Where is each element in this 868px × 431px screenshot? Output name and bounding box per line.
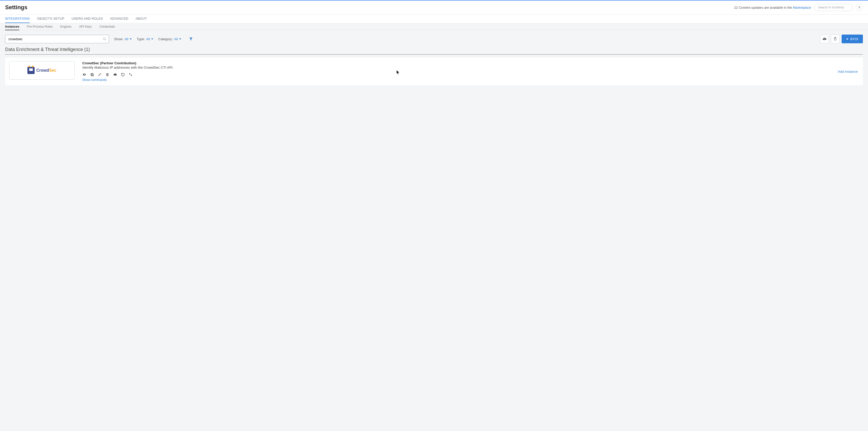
integration-description: Identify Malicious IP addresses with the…: [82, 66, 830, 69]
subtab-preprocess-rules[interactable]: Pre-Process Rules: [27, 23, 53, 30]
subtab-instances[interactable]: Instances: [5, 23, 19, 30]
page-title: Settings: [5, 4, 27, 11]
gears-icon[interactable]: [128, 72, 132, 76]
cloud-icon[interactable]: [113, 72, 117, 76]
cloud-download-button[interactable]: [820, 35, 829, 43]
copy-icon[interactable]: [90, 72, 94, 76]
search-incidents-input[interactable]: [814, 4, 852, 11]
svg-line-1: [105, 39, 106, 40]
search-integrations-input[interactable]: [5, 35, 109, 43]
filter-type-label: Type:: [137, 37, 145, 41]
integration-card: CrowdSec CrowdSec (Partner Contribution)…: [5, 58, 863, 85]
caret-down-icon: [130, 38, 132, 40]
edit-icon[interactable]: [98, 72, 102, 76]
section-title: Data Enrichment & Threat Intelligence (1…: [0, 45, 868, 54]
caret-down-icon: [179, 38, 181, 40]
tab-advanced[interactable]: ADVANCED: [110, 14, 128, 23]
search-icon: [103, 37, 106, 41]
integration-logo: CrowdSec: [9, 61, 74, 80]
filter-show[interactable]: Show: All: [114, 37, 132, 41]
filter-show-label: Show:: [114, 37, 123, 41]
section-divider: [5, 54, 863, 55]
filter-funnel-icon[interactable]: [189, 37, 193, 41]
show-commands-link[interactable]: Show commands: [82, 78, 830, 82]
secondary-tabs: Instances Pre-Process Rules Engines API …: [0, 23, 868, 31]
crowdsec-badge-icon: [27, 67, 35, 74]
delete-icon[interactable]: [105, 72, 110, 76]
caret-down-icon: [151, 38, 153, 40]
svg-rect-4: [92, 74, 94, 76]
tab-integrations[interactable]: INTEGRATIONS: [5, 14, 30, 23]
clipboard-button[interactable]: [831, 35, 840, 43]
integration-title: CrowdSec (Partner Contribution): [82, 61, 830, 65]
filter-type[interactable]: Type: All: [137, 37, 153, 41]
svg-point-0: [103, 38, 105, 40]
content-updates-text: 22 Content updates are available in the …: [734, 6, 811, 9]
marketplace-link[interactable]: Marketplace: [793, 6, 811, 9]
view-icon[interactable]: [82, 72, 86, 76]
cursor-icon: [397, 70, 400, 75]
subtab-credentials[interactable]: Credentials: [99, 23, 115, 30]
svg-rect-5: [91, 73, 93, 75]
subtab-engines[interactable]: Engines: [60, 23, 71, 30]
tab-about[interactable]: ABOUT: [135, 14, 147, 23]
plus-icon: +: [846, 37, 848, 41]
svg-point-6: [129, 73, 130, 74]
subtab-api-keys[interactable]: API Keys: [79, 23, 92, 30]
primary-tabs: INTEGRATIONS OBJECTS SETUP USERS AND ROL…: [0, 14, 868, 23]
add-instance-link[interactable]: Add instance: [838, 70, 859, 73]
filter-category-label: Category:: [158, 37, 173, 41]
tab-users-and-roles[interactable]: USERS AND ROLES: [71, 14, 103, 23]
history-icon[interactable]: [121, 72, 125, 76]
help-button[interactable]: ?: [856, 4, 863, 11]
svg-point-7: [131, 75, 132, 75]
byoi-button[interactable]: + BYOI: [842, 35, 863, 43]
filter-category[interactable]: Category: All: [158, 37, 181, 41]
tab-objects-setup[interactable]: OBJECTS SETUP: [37, 14, 64, 23]
